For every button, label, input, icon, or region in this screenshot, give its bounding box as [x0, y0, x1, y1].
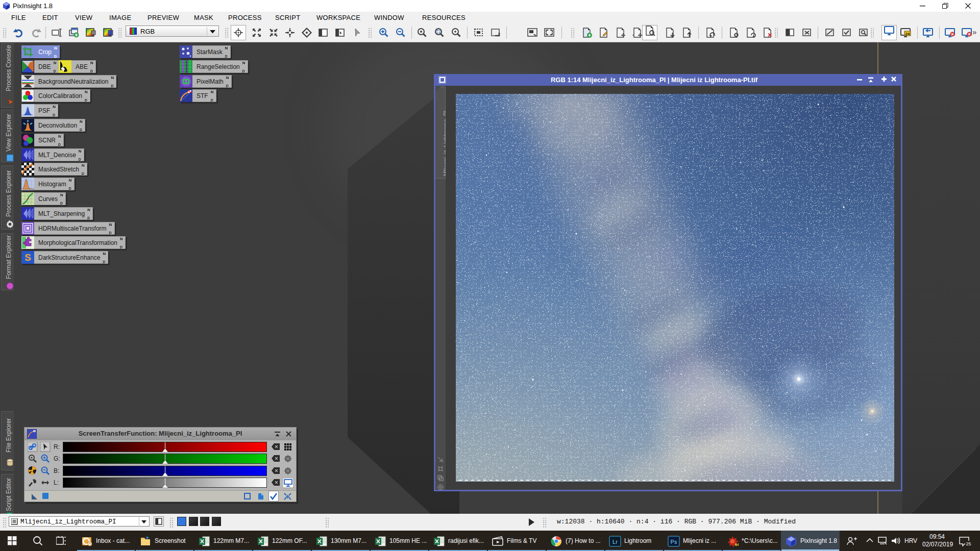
svg-text:25: 25 [966, 541, 971, 546]
svg-text:64: 64 [735, 543, 739, 546]
svg-text:24: 24 [905, 32, 910, 36]
svg-text:Ps: Ps [671, 539, 677, 545]
svg-text:Lr: Lr [612, 539, 618, 545]
svg-text:S: S [24, 252, 31, 263]
